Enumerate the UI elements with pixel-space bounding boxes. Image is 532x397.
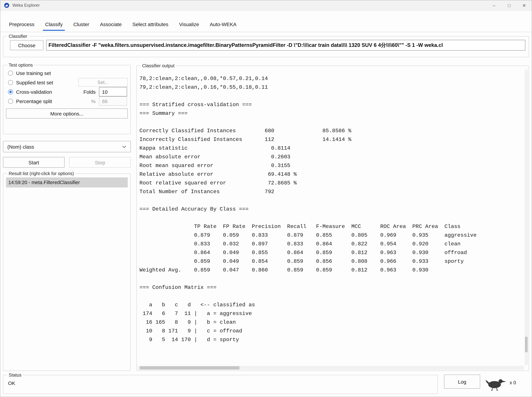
result-list-legend: Result list (right-click for options): [7, 171, 75, 176]
class-attribute-selector[interactable]: (Nom) class: [3, 141, 131, 152]
classifier-output-legend: Classifier output: [141, 63, 176, 68]
radio-row-supplied-test-set[interactable]: Supplied test set Set...: [6, 78, 128, 87]
status-legend: Status: [7, 372, 23, 378]
titlebar: Weka Explorer – □ ✕: [0, 0, 532, 11]
classifier-output-text: 78,2:clean,2:clean,,0.08,*0.57,0.21,0.14…: [139, 74, 523, 365]
tab-cluster[interactable]: Cluster: [68, 17, 95, 32]
folds-input[interactable]: [99, 87, 127, 96]
run-controls: Start Stop: [3, 157, 131, 168]
radio-row-cross-validation[interactable]: Cross-validation Folds: [6, 87, 128, 96]
test-options-legend: Test options: [7, 62, 34, 68]
radio-label-cross-validation: Cross-validation: [16, 89, 52, 94]
stop-button[interactable]: Stop: [69, 157, 131, 168]
test-options-group: Test options Use training set Supplied t…: [3, 62, 131, 134]
radio-icon-cross-validation[interactable]: [8, 89, 13, 94]
result-list-group: Result list (right-click for options) 14…: [3, 171, 131, 371]
chevron-down-icon: [122, 145, 126, 148]
radio-row-percentage-split[interactable]: Percentage split %: [6, 96, 128, 106]
weka-explorer-window: Weka Explorer – □ ✕ Preprocess Classify …: [0, 0, 532, 397]
minimize-button[interactable]: –: [487, 0, 502, 10]
tab-visualize[interactable]: Visualize: [174, 17, 205, 32]
set-button[interactable]: Set...: [78, 78, 128, 87]
radio-label-percentage-split: Percentage split: [16, 98, 52, 104]
percent-input[interactable]: [99, 96, 127, 106]
radio-icon-supplied-test-set[interactable]: [8, 80, 13, 85]
more-options-button[interactable]: More options...: [6, 108, 128, 118]
status-value: OK: [8, 380, 435, 386]
vertical-scrollbar[interactable]: [525, 70, 528, 365]
percent-label: %: [91, 98, 96, 104]
main-tabbar: Preprocess Classify Cluster Associate Se…: [0, 11, 532, 32]
classifier-command-field[interactable]: FilteredClassifier -F "weka.filters.unsu…: [46, 40, 525, 50]
folds-label: Folds: [84, 89, 96, 94]
tab-auto-weka[interactable]: Auto-WEKA: [205, 17, 242, 32]
classifier-group-legend: Classifier: [7, 34, 29, 39]
log-button[interactable]: Log: [444, 375, 480, 389]
radio-icon-percentage-split[interactable]: [8, 99, 13, 104]
class-attribute-value: (Nom) class: [7, 144, 34, 149]
weka-bird-icon: [485, 377, 507, 391]
window-controls: – □ ✕: [487, 0, 532, 10]
result-list-item[interactable]: 14:59:20 - meta.FilteredClassifier: [6, 177, 128, 187]
radio-label-use-training-set: Use training set: [16, 70, 51, 76]
tab-associate[interactable]: Associate: [95, 17, 127, 32]
radio-icon-use-training-set[interactable]: [8, 70, 13, 75]
screenshot-viewport: Weka Explorer – □ ✕ Preprocess Classify …: [0, 0, 532, 397]
tab-select-attributes[interactable]: Select attributes: [127, 17, 174, 32]
vertical-scrollbar-thumb[interactable]: [525, 337, 528, 352]
classifier-group: Classifier Choose FilteredClassifier -F …: [3, 34, 529, 57]
horizontal-scrollbar-thumb[interactable]: [140, 366, 239, 370]
maximize-button[interactable]: □: [502, 0, 517, 10]
close-button[interactable]: ✕: [517, 0, 532, 10]
weka-app-icon: [4, 3, 9, 8]
status-group: Status OK: [3, 372, 438, 394]
horizontal-scrollbar[interactable]: [137, 366, 524, 370]
classifier-row: Choose FilteredClassifier -F "weka.filte…: [6, 40, 526, 50]
start-button[interactable]: Start: [3, 157, 65, 168]
tab-preprocess[interactable]: Preprocess: [4, 17, 40, 32]
process-count: x 0: [510, 380, 516, 385]
window-title: Weka Explorer: [12, 3, 40, 8]
radio-row-use-training-set[interactable]: Use training set: [6, 68, 128, 78]
choose-button[interactable]: Choose: [10, 40, 43, 50]
radio-label-supplied-test-set: Supplied test set: [16, 80, 53, 85]
classifier-output-group: Classifier output 78,2:clean,2:clean,,0.…: [136, 63, 529, 371]
tab-classify[interactable]: Classify: [40, 17, 68, 32]
